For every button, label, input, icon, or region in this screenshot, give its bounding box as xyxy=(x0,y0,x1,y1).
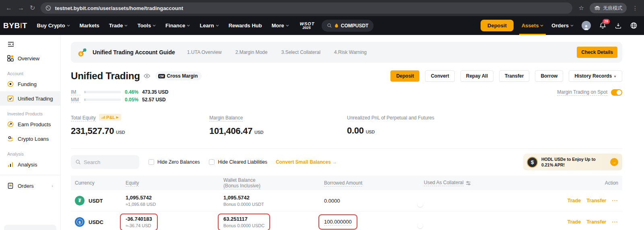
table-row-usdt: ₮ USDT 1,095.5742 ≈1,095.68 USD 1,095.57… xyxy=(71,190,622,212)
chevron-down-icon xyxy=(216,25,219,27)
im-progress-bar xyxy=(84,91,121,93)
incognito-icon xyxy=(594,6,601,10)
equity-value: 1,095.5742 xyxy=(126,195,223,201)
pnl-badge[interactable]: P&L▸ xyxy=(99,114,121,121)
margin-trading-toggle[interactable] xyxy=(611,89,622,96)
header-wallet-balance: Wallet Balance (Bonus Inclusive) xyxy=(223,177,324,189)
check-details-button[interactable]: Check Details xyxy=(577,47,617,58)
table-header: Currency Equity Wallet Balance (Bonus In… xyxy=(71,176,622,190)
guide-step-3[interactable]: 3.Select Collateral xyxy=(281,49,320,55)
nav-search-pill[interactable]: COMPUSDT xyxy=(322,20,374,32)
sidebar-item-unified-trading[interactable]: Unified Trading xyxy=(0,91,60,106)
chevron-down-icon xyxy=(153,25,156,27)
bybit-logo[interactable]: BYBIT xyxy=(3,21,27,30)
asset-search-box[interactable] xyxy=(71,155,139,169)
nav-deposit-button[interactable]: Deposit xyxy=(481,20,514,31)
guide-illustration-icon: $ xyxy=(77,47,88,58)
hide-zero-balances-label: Hide Zero Balances xyxy=(157,159,200,165)
convert-small-balances-link[interactable]: Convert Small Balances → xyxy=(276,159,337,165)
nav-item-learn[interactable]: Learn xyxy=(200,23,219,29)
sidebar-item-analysis[interactable]: Analysis xyxy=(0,157,60,172)
search-input[interactable] xyxy=(84,159,128,165)
chevron-down-icon xyxy=(124,25,128,27)
browser-toolbar: ← → ↻ testnet.bybit.com/user/assets/home… xyxy=(0,0,644,16)
table-row-usdc: $ USDC -36.740183 ≈-36.74 USD 63.251117 … xyxy=(71,212,622,230)
im-value: 473.35 USD xyxy=(142,89,168,95)
total-equity-label: Total Equity xyxy=(71,115,96,121)
guide-step-1[interactable]: 1.UTA Overview xyxy=(187,49,222,55)
nav-item-finance[interactable]: Finance xyxy=(165,23,190,29)
bookmark-star-icon[interactable]: ☆ xyxy=(579,4,584,12)
sidebar-item-orders[interactable]: Orders › xyxy=(0,179,60,193)
hide-balance-eye-icon[interactable] xyxy=(144,74,150,78)
hide-zero-balances-checkbox[interactable] xyxy=(149,159,154,165)
cm-icon: CM xyxy=(158,74,165,78)
nav-item-orders[interactable]: Orders xyxy=(551,23,574,29)
nav-item-assets[interactable]: Assets xyxy=(522,16,544,35)
collateral-filter-icon[interactable] xyxy=(466,181,471,185)
back-icon[interactable]: ← xyxy=(6,5,12,11)
transfer-link[interactable]: Transfer xyxy=(586,219,606,225)
chevron-down-icon xyxy=(187,25,190,27)
wallet-bonus: Bonus 0.0000 USDC xyxy=(223,223,264,228)
chevron-right-icon: › xyxy=(52,183,53,188)
guide-step-4[interactable]: 4.Risk Warning xyxy=(334,49,367,55)
avatar[interactable] xyxy=(582,21,591,30)
sidebar-item-crypto-loans[interactable]: Crypto Loans xyxy=(0,131,60,146)
usde-coin-icon: $ xyxy=(527,157,538,168)
sidebar: Overview Account Funding Unified Trading… xyxy=(0,35,61,230)
usde-promo-banner[interactable]: $ HODL USDe to Enjoy Up to 0.21% APR! → xyxy=(523,154,622,170)
nav-item-more[interactable]: More xyxy=(272,23,289,29)
margin-balance-value: 101,406.47USD xyxy=(209,126,347,136)
reload-icon[interactable]: ↻ xyxy=(30,5,35,11)
download-icon[interactable] xyxy=(615,22,622,29)
nav-item-trade[interactable]: Trade xyxy=(109,23,128,29)
promo-text: HODL USDe to Enjoy Up to 0.21% APR! xyxy=(541,156,603,168)
wsot-2025-logo[interactable]: WSOT 2025 xyxy=(299,22,315,30)
sidebar-collapse-icon[interactable] xyxy=(7,41,14,47)
nav-item-markets[interactable]: Markets xyxy=(80,23,99,29)
hide-cleared-liabilities-label: Hide Cleared Liabilities xyxy=(218,159,267,165)
unified-trading-icon xyxy=(7,95,14,102)
search-icon xyxy=(327,23,332,28)
notifications-bell[interactable]: 29 xyxy=(599,22,607,29)
site-info-icon[interactable] xyxy=(45,5,51,11)
header-used-as-collateral: Used As Collateral xyxy=(424,180,464,186)
sidebar-item-earn-products[interactable]: Earn Products xyxy=(0,117,60,131)
search-icon xyxy=(75,159,81,165)
page-title: Unified Trading xyxy=(71,70,140,82)
hide-cleared-liabilities-checkbox[interactable] xyxy=(209,159,215,165)
deposit-button[interactable]: Deposit xyxy=(390,70,419,82)
guide-step-2[interactable]: 2.Margin Mode xyxy=(235,49,268,55)
earn-products-icon xyxy=(7,121,14,127)
im-percent: 0.46% xyxy=(125,89,138,95)
nav-item-tools[interactable]: Tools xyxy=(137,23,156,29)
user-icon xyxy=(583,24,589,30)
forward-icon[interactable]: → xyxy=(18,5,24,11)
transfer-link[interactable]: Transfer xyxy=(586,198,606,203)
trade-link[interactable]: Trade xyxy=(568,219,581,225)
browser-menu-icon[interactable]: ⋮ xyxy=(632,5,638,11)
sidebar-item-funding[interactable]: Funding xyxy=(0,77,60,91)
more-actions-icon[interactable]: ··· xyxy=(612,198,619,203)
borrow-button[interactable]: Borrow xyxy=(535,70,563,82)
sidebar-item-overview[interactable]: Overview xyxy=(0,51,60,66)
repay-all-button[interactable]: Repay All xyxy=(460,70,493,82)
url-text: testnet.bybit.com/user/assets/home/tradi… xyxy=(55,5,183,11)
transfer-button[interactable]: Transfer xyxy=(499,70,529,82)
wallet-bonus: Bonus 0.0000 USDT xyxy=(223,202,324,207)
nav-item-rewards-hub[interactable]: Rewards Hub xyxy=(229,23,262,29)
address-bar[interactable]: testnet.bybit.com/user/assets/home/tradi… xyxy=(41,2,572,14)
usdc-coin-icon: $ xyxy=(75,217,85,227)
globe-icon[interactable] xyxy=(630,22,638,29)
promo-arrow-button[interactable]: → xyxy=(610,158,618,166)
more-actions-icon[interactable]: ··· xyxy=(612,219,619,225)
wallet-balance-value: 1,095.5742 xyxy=(223,195,324,201)
convert-button[interactable]: Convert xyxy=(425,70,454,82)
sidebar-section-analysis: Analysis xyxy=(0,146,60,157)
margin-mode-badge[interactable]: CM Cross Margin xyxy=(155,72,202,80)
nav-item-buy-crypto[interactable]: Buy Crypto xyxy=(37,23,70,29)
history-records-button[interactable]: History Records▼ xyxy=(569,70,622,82)
funding-icon xyxy=(7,81,14,87)
trade-link[interactable]: Trade xyxy=(568,198,581,203)
